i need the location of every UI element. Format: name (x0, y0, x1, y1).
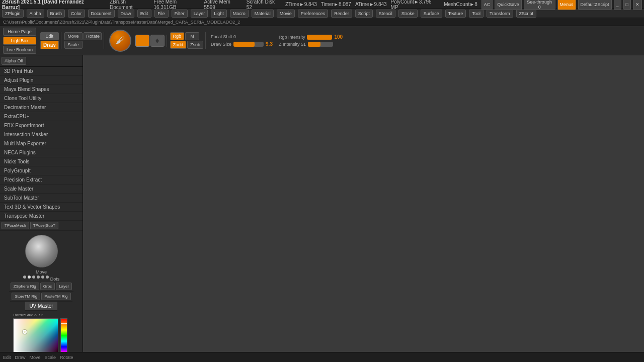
menu-file[interactable]: File (154, 10, 169, 18)
home-page-tab[interactable]: Home Page (3, 28, 36, 36)
sidebar-item-adjust[interactable]: Adjust Plugin (0, 76, 83, 85)
minimize-button[interactable]: _ (614, 0, 621, 10)
menu-surface[interactable]: Surface (421, 10, 442, 18)
menu-zplugin[interactable]: ZPlugin (2, 10, 24, 18)
brush-dot-1 (23, 276, 26, 279)
menu-movie[interactable]: Movie (277, 10, 295, 18)
hsv-gradient[interactable] (13, 318, 58, 352)
menu-brush[interactable]: Brush (47, 10, 65, 18)
lightbox-tab[interactable]: LightBox (3, 37, 36, 45)
poly-count: PolyCount►3.796 MP (391, 0, 440, 10)
menu-material[interactable]: Material (252, 10, 274, 18)
live-boolean-tab[interactable]: Live Boolean (3, 46, 36, 54)
sidebar-item-neca[interactable]: NECA Plugins (0, 148, 83, 157)
brush-circle-preview[interactable] (25, 235, 58, 267)
brush-preview-area: Move Dots ZSphere Rig Grps Layer StoreTM… (0, 231, 83, 352)
main-toolbar: Home Page LightBox Live Boolean Edit Dra… (0, 26, 644, 55)
scale-button[interactable]: Scale (64, 41, 83, 49)
edit-button[interactable]: Edit (40, 32, 58, 40)
alpha-preview[interactable]: ♦ (150, 35, 165, 47)
bottom-move-label: Move (30, 355, 41, 360)
menu-tool[interactable]: Tool (469, 10, 484, 18)
sidebar-item-intersection[interactable]: Intersection Masker (0, 130, 83, 139)
dots-label: Dots (50, 277, 60, 282)
zsub-button[interactable]: Zsub (187, 41, 203, 49)
sidebar-item-polygroupit[interactable]: PolyGroupIt (0, 166, 83, 175)
move-button[interactable]: Move (64, 32, 83, 40)
menu-render[interactable]: Render (331, 10, 352, 18)
menus-button[interactable]: Menus (557, 0, 576, 10)
left-sidebar: Alpha Off 3D Print Hub Adjust Plugin May… (0, 55, 83, 352)
scratch-disk: Scratch Disk 52 (247, 0, 281, 10)
color-picker-area: BarruzStudio_St (11, 311, 71, 352)
menu-script[interactable]: Script (355, 10, 373, 18)
sidebar-item-maya-blend[interactable]: Maya Blend Shapes (0, 85, 83, 94)
menu-light[interactable]: Light (211, 10, 227, 18)
menu-preferences[interactable]: Preferences (298, 10, 329, 18)
hue-indicator (61, 323, 67, 324)
grps-btn[interactable]: Grps (40, 283, 55, 290)
rgb-intensity-slider[interactable] (307, 35, 332, 40)
bottom-rotate-label: Rotate (60, 355, 73, 360)
menu-stencil[interactable]: Stencil (376, 10, 395, 18)
close-button[interactable]: ✕ (633, 0, 642, 10)
see-through-button[interactable]: See-through 0 (524, 0, 555, 10)
brush-icon[interactable]: 🖌 (109, 30, 131, 52)
hue-bar[interactable] (60, 318, 67, 352)
menu-filter[interactable]: Filter (172, 10, 188, 18)
sidebar-item-multimap[interactable]: Multi Map Exporter (0, 139, 83, 148)
menu-transform[interactable]: Transform (487, 10, 513, 18)
menu-layer[interactable]: Layer (191, 10, 208, 18)
rotate-button[interactable]: Rotate (84, 32, 102, 40)
maximize-button[interactable]: □ (623, 0, 631, 10)
menu-stroke[interactable]: Stroke (398, 10, 418, 18)
menu-macro[interactable]: Macro (230, 10, 249, 18)
timer: Timer►8.087 (321, 2, 351, 7)
draw-size-slider[interactable] (233, 42, 264, 47)
menu-color[interactable]: Color (68, 10, 85, 18)
sidebar-item-scale-master[interactable]: Scale Master (0, 185, 83, 194)
sidebar-item-extracpu[interactable]: ExtraCPU+ (0, 112, 83, 121)
brush-dots: Dots (23, 276, 60, 282)
mesh-count: MeshCount►8 (444, 2, 477, 7)
menu-draw[interactable]: Draw (118, 10, 134, 18)
stroke-preview[interactable] (135, 35, 149, 47)
document-label: ZBrush Document (110, 0, 150, 10)
brush-dot-4 (37, 276, 40, 279)
sidebar-item-text3d[interactable]: Text 3D & Vector Shapes (0, 203, 83, 212)
free-mem: Free Mem 16.311GB (153, 0, 200, 10)
zadd-button[interactable]: Zadd (170, 41, 187, 49)
default-zscript-button[interactable]: DefaultZScript (578, 0, 612, 10)
sidebar-item-clone-tool[interactable]: Clone Tool Utility (0, 94, 83, 103)
pastetm-rig-btn[interactable]: PasteTM Rig (41, 293, 70, 300)
rgb-button[interactable]: Rgb (170, 32, 185, 40)
bottom-status-bar: Edit Draw Move Scale Rotate (0, 352, 644, 362)
storetm-rig-btn[interactable]: StoreTM Rig (12, 293, 40, 300)
sidebar-item-precision[interactable]: Precision Extract (0, 175, 83, 185)
ac-button[interactable]: AC (481, 0, 493, 10)
draw-button[interactable]: Draw (40, 41, 58, 49)
sidebar-item-decimation[interactable]: Decimation Master (0, 103, 83, 112)
quicksave-button[interactable]: QuickSave (495, 0, 522, 10)
tpose-subt-btn[interactable]: TPose|SubT (30, 222, 58, 229)
menu-texture[interactable]: Texture (445, 10, 466, 18)
app-title: ZBrush 2021.5.1 [David Fernández Barruz] (2, 0, 102, 10)
focal-shift-label: Focal Shift 0 (211, 34, 236, 39)
sidebar-item-subtool-master[interactable]: SubTool Master (0, 194, 83, 203)
layer-btn[interactable]: Layer (56, 283, 72, 290)
sidebar-item-3d-print[interactable]: 3D Print Hub (0, 67, 83, 76)
sidebar-item-fbx[interactable]: FBX ExportImport (0, 121, 83, 130)
zsphere-rig-btn[interactable]: ZSphere Rig (11, 283, 39, 290)
sidebar-item-uv-master[interactable]: UV Master (25, 302, 57, 311)
sidebar-item-nicks[interactable]: Nicks Tools (0, 157, 83, 166)
brush-dot-6 (46, 276, 49, 279)
m-button[interactable]: M (185, 32, 199, 40)
menu-zscript[interactable]: ZScript (516, 10, 537, 18)
menu-document[interactable]: Document (88, 10, 115, 18)
z-intensity-slider[interactable] (308, 42, 333, 47)
menu-edit[interactable]: Edit (137, 10, 151, 18)
menu-alpha[interactable]: Alpha (27, 10, 44, 18)
sidebar-item-transpose[interactable]: Transpose Master (0, 212, 83, 221)
alpha-off-btn[interactable]: Alpha Off (2, 57, 26, 65)
tposemesh-btn[interactable]: TPoseMesh (2, 222, 29, 229)
